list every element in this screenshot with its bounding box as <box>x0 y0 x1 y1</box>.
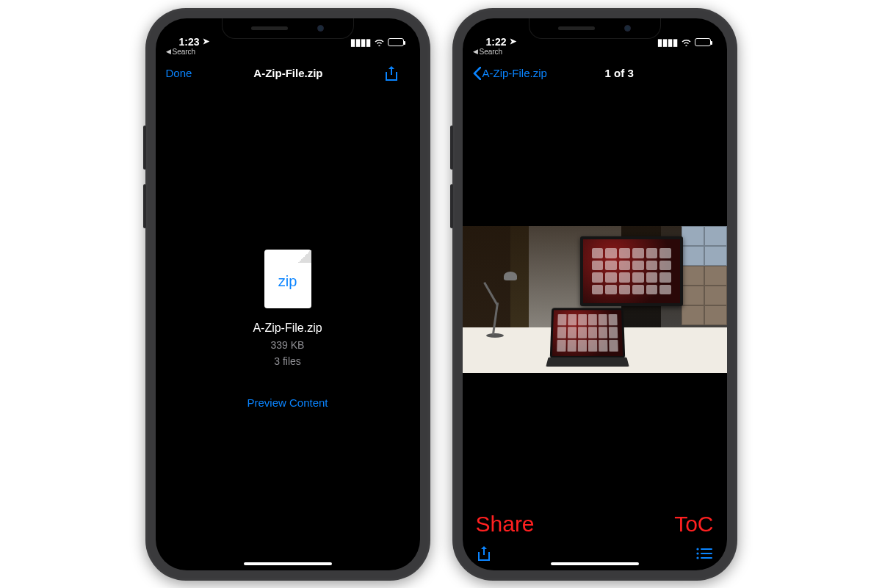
wifi-icon <box>681 38 692 46</box>
navbar: Done A-Zip-File.zip <box>156 59 420 88</box>
back-button[interactable]: A-Zip-File.zip <box>473 67 547 80</box>
ipad-in-photo <box>549 308 624 359</box>
image-viewer[interactable] <box>463 88 727 512</box>
home-indicator[interactable] <box>551 562 639 565</box>
svg-rect-3 <box>701 553 712 554</box>
preview-content-button[interactable]: Preview Content <box>247 396 328 409</box>
bottom-toolbar <box>463 537 727 570</box>
chevron-left-icon: ◀ <box>166 48 171 55</box>
cellular-icon: ▮▮▮▮ <box>657 37 678 48</box>
status-time: 1:23 <box>179 36 200 48</box>
share-button[interactable] <box>477 545 491 562</box>
monitor-in-photo <box>580 236 683 306</box>
breadcrumb[interactable]: ◀ Search <box>156 48 420 59</box>
svg-point-2 <box>696 552 698 554</box>
svg-rect-5 <box>701 557 712 559</box>
done-button[interactable]: Done <box>166 67 192 79</box>
notch <box>529 18 661 39</box>
breadcrumb-label: Search <box>173 48 196 56</box>
chevron-left-icon: ◀ <box>473 48 478 55</box>
breadcrumb[interactable]: ◀ Search <box>463 48 727 59</box>
preview-photo <box>463 226 727 373</box>
breadcrumb-label: Search <box>480 48 503 56</box>
phone-left: 1:23 ➤ ▮▮▮▮ ◀ Search Done A-Zip-File.zip <box>145 8 430 581</box>
share-button[interactable] <box>385 65 410 81</box>
annotation-toc: ToC <box>674 512 713 537</box>
cellular-icon: ▮▮▮▮ <box>350 37 371 48</box>
annotation-overlay: Share ToC <box>463 512 727 537</box>
file-preview-area: zip A-Zip-File.zip 339 KB 3 files Previe… <box>156 88 420 570</box>
screen: 1:22 ➤ ▮▮▮▮ ◀ Search A-Zip-File.zip <box>463 18 727 570</box>
navbar: A-Zip-File.zip 1 of 3 <box>463 59 727 88</box>
navbar-title: A-Zip-File.zip <box>192 67 384 79</box>
table-of-contents-button[interactable] <box>696 548 712 559</box>
battery-icon <box>695 38 711 46</box>
navbar-title: 1 of 3 <box>547 67 692 79</box>
annotation-share: Share <box>476 512 535 537</box>
svg-rect-1 <box>701 548 712 550</box>
file-size: 339 KB <box>271 339 305 351</box>
file-name: A-Zip-File.zip <box>253 322 322 335</box>
svg-point-4 <box>696 556 698 559</box>
file-count: 3 files <box>274 355 301 367</box>
location-icon: ➤ <box>203 37 209 46</box>
phone-right: 1:22 ➤ ▮▮▮▮ ◀ Search A-Zip-File.zip <box>452 8 737 581</box>
back-label: A-Zip-File.zip <box>482 67 547 79</box>
chevron-left-icon <box>473 67 481 80</box>
svg-point-0 <box>696 548 698 550</box>
screen: 1:23 ➤ ▮▮▮▮ ◀ Search Done A-Zip-File.zip <box>156 18 420 570</box>
notch <box>222 18 354 39</box>
wifi-icon <box>374 38 385 46</box>
battery-icon <box>388 38 404 46</box>
zip-file-icon: zip <box>264 250 311 308</box>
location-icon: ➤ <box>510 37 516 46</box>
home-indicator[interactable] <box>244 562 332 565</box>
status-time: 1:22 <box>486 36 507 48</box>
file-icon-label: zip <box>278 273 297 290</box>
